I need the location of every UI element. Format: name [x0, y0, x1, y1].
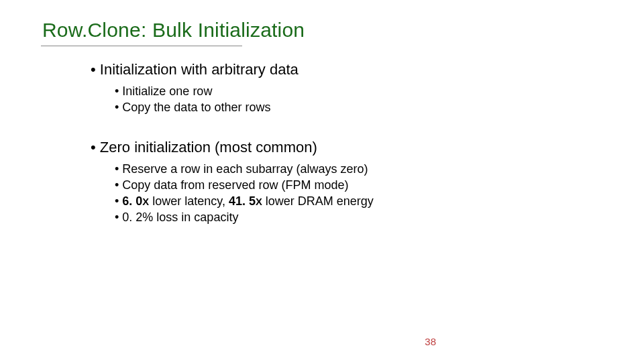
list-item: 6. 0X lower latency, 41. 5X lower DRAM e… — [115, 193, 560, 209]
slide: Row.Clone: Bulk Initialization Initializ… — [0, 0, 644, 362]
section-heading: Zero initialization (most common) — [91, 138, 560, 157]
page-number: 38 — [425, 336, 436, 347]
list-item: 0. 2% loss in capacity — [115, 209, 560, 225]
list-item: Reserve a row in each subarray (always z… — [115, 161, 560, 177]
slide-body: Initialization with arbitrary data Initi… — [91, 60, 560, 226]
section-heading: Initialization with arbitrary data — [91, 60, 560, 79]
slide-title: Row.Clone: Bulk Initialization — [42, 19, 305, 42]
list-item: Copy the data to other rows — [115, 99, 560, 115]
list-item: Initialize one row — [115, 83, 560, 99]
list-item: Copy data from reserved row (FPM mode) — [115, 177, 560, 193]
spacer — [91, 115, 560, 138]
title-underline — [41, 46, 242, 46]
